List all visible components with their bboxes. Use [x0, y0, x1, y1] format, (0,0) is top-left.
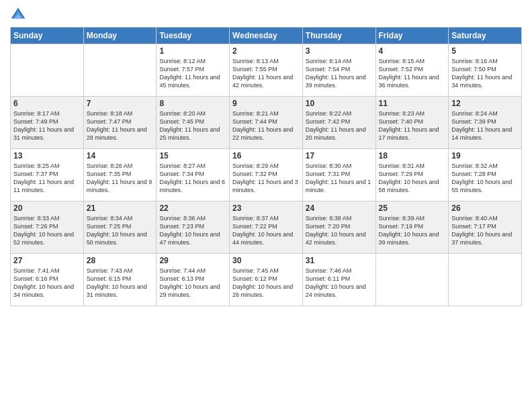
day-number: 27: [13, 256, 81, 265]
calendar-cell: 5Sunrise: 8:16 AM Sunset: 7:50 PM Daylig…: [449, 44, 522, 97]
day-info: Sunrise: 7:41 AM Sunset: 6:16 PM Dayligh…: [13, 267, 81, 300]
weekday-header-saturday: Saturday: [449, 28, 522, 44]
day-info: Sunrise: 8:33 AM Sunset: 7:26 PM Dayligh…: [13, 214, 81, 247]
day-number: 21: [87, 203, 154, 213]
calendar-cell: [11, 44, 84, 97]
page: SundayMondayTuesdayWednesdayThursdayFrid…: [0, 0, 532, 411]
weekday-header-row: SundayMondayTuesdayWednesdayThursdayFrid…: [11, 28, 522, 44]
day-number: 10: [306, 99, 373, 108]
calendar-cell: 6Sunrise: 8:17 AM Sunset: 7:49 PM Daylig…: [11, 97, 84, 149]
calendar-cell: 30Sunrise: 7:45 AM Sunset: 6:12 PM Dayli…: [230, 254, 303, 306]
day-number: 17: [306, 151, 373, 161]
calendar-cell: 2Sunrise: 8:13 AM Sunset: 7:55 PM Daylig…: [230, 44, 303, 97]
weekday-header-wednesday: Wednesday: [230, 28, 303, 44]
day-info: Sunrise: 8:12 AM Sunset: 7:57 PM Dayligh…: [159, 57, 226, 90]
day-info: Sunrise: 7:44 AM Sunset: 6:13 PM Dayligh…: [159, 267, 226, 300]
calendar-cell: 11Sunrise: 8:23 AM Sunset: 7:40 PM Dayli…: [375, 97, 449, 149]
day-info: Sunrise: 8:14 AM Sunset: 7:54 PM Dayligh…: [306, 57, 373, 90]
day-number: 4: [379, 46, 446, 56]
day-info: Sunrise: 8:20 AM Sunset: 7:45 PM Dayligh…: [159, 109, 226, 142]
day-number: 1: [159, 46, 226, 56]
calendar-cell: 1Sunrise: 8:12 AM Sunset: 7:57 PM Daylig…: [157, 44, 230, 97]
week-row-3: 13Sunrise: 8:25 AM Sunset: 7:37 PM Dayli…: [11, 149, 522, 201]
calendar-cell: [375, 254, 449, 306]
calendar-cell: 8Sunrise: 8:20 AM Sunset: 7:45 PM Daylig…: [157, 97, 230, 149]
day-number: 30: [232, 256, 300, 265]
day-number: 14: [87, 151, 154, 161]
day-number: 12: [451, 99, 519, 108]
day-info: Sunrise: 8:15 AM Sunset: 7:52 PM Dayligh…: [379, 57, 446, 90]
day-info: Sunrise: 7:43 AM Sunset: 6:15 PM Dayligh…: [87, 267, 154, 300]
day-number: 29: [159, 256, 226, 265]
calendar-cell: 16Sunrise: 8:29 AM Sunset: 7:32 PM Dayli…: [230, 149, 303, 201]
header: [10, 7, 522, 23]
day-info: Sunrise: 8:21 AM Sunset: 7:44 PM Dayligh…: [232, 109, 300, 142]
week-row-1: 1Sunrise: 8:12 AM Sunset: 7:57 PM Daylig…: [11, 44, 522, 97]
calendar-cell: 14Sunrise: 8:26 AM Sunset: 7:35 PM Dayli…: [83, 149, 157, 201]
day-number: 23: [232, 203, 300, 213]
calendar-cell: 25Sunrise: 8:39 AM Sunset: 7:19 PM Dayli…: [375, 201, 449, 254]
day-info: Sunrise: 8:17 AM Sunset: 7:49 PM Dayligh…: [13, 109, 81, 142]
calendar-cell: 20Sunrise: 8:33 AM Sunset: 7:26 PM Dayli…: [11, 201, 84, 254]
weekday-header-thursday: Thursday: [302, 28, 375, 44]
day-number: 26: [451, 203, 519, 213]
day-info: Sunrise: 8:23 AM Sunset: 7:40 PM Dayligh…: [379, 109, 446, 142]
calendar-cell: 9Sunrise: 8:21 AM Sunset: 7:44 PM Daylig…: [230, 97, 303, 149]
calendar-cell: [83, 44, 157, 97]
calendar-cell: 22Sunrise: 8:36 AM Sunset: 7:23 PM Dayli…: [157, 201, 230, 254]
day-number: 7: [87, 99, 154, 108]
calendar-cell: 18Sunrise: 8:31 AM Sunset: 7:29 PM Dayli…: [375, 149, 449, 201]
day-number: 11: [379, 99, 446, 108]
day-info: Sunrise: 8:27 AM Sunset: 7:34 PM Dayligh…: [159, 162, 226, 195]
calendar-cell: 3Sunrise: 8:14 AM Sunset: 7:54 PM Daylig…: [302, 44, 375, 97]
day-info: Sunrise: 8:18 AM Sunset: 7:47 PM Dayligh…: [87, 109, 154, 142]
calendar-cell: 31Sunrise: 7:46 AM Sunset: 6:11 PM Dayli…: [302, 254, 375, 306]
day-info: Sunrise: 8:29 AM Sunset: 7:32 PM Dayligh…: [232, 162, 300, 195]
day-info: Sunrise: 8:40 AM Sunset: 7:17 PM Dayligh…: [451, 214, 519, 247]
calendar-cell: 4Sunrise: 8:15 AM Sunset: 7:52 PM Daylig…: [375, 44, 449, 97]
day-number: 8: [159, 99, 226, 108]
day-info: Sunrise: 8:24 AM Sunset: 7:39 PM Dayligh…: [451, 109, 519, 142]
calendar-cell: [449, 254, 522, 306]
logo: [10, 7, 29, 23]
day-info: Sunrise: 8:30 AM Sunset: 7:31 PM Dayligh…: [306, 162, 373, 195]
day-info: Sunrise: 8:13 AM Sunset: 7:55 PM Dayligh…: [232, 57, 300, 90]
week-row-5: 27Sunrise: 7:41 AM Sunset: 6:16 PM Dayli…: [11, 254, 522, 306]
day-info: Sunrise: 8:22 AM Sunset: 7:42 PM Dayligh…: [306, 109, 373, 142]
weekday-header-monday: Monday: [83, 28, 157, 44]
calendar-cell: 19Sunrise: 8:32 AM Sunset: 7:28 PM Dayli…: [449, 149, 522, 201]
calendar-cell: 27Sunrise: 7:41 AM Sunset: 6:16 PM Dayli…: [11, 254, 84, 306]
day-number: 15: [159, 151, 226, 161]
day-info: Sunrise: 7:46 AM Sunset: 6:11 PM Dayligh…: [306, 267, 373, 300]
week-row-4: 20Sunrise: 8:33 AM Sunset: 7:26 PM Dayli…: [11, 201, 522, 254]
day-number: 13: [13, 151, 81, 161]
calendar-cell: 21Sunrise: 8:34 AM Sunset: 7:25 PM Dayli…: [83, 201, 157, 254]
calendar-cell: 15Sunrise: 8:27 AM Sunset: 7:34 PM Dayli…: [157, 149, 230, 201]
day-info: Sunrise: 8:34 AM Sunset: 7:25 PM Dayligh…: [87, 214, 154, 247]
day-number: 6: [13, 99, 81, 108]
day-number: 24: [306, 203, 373, 213]
day-number: 3: [306, 46, 373, 56]
day-number: 18: [379, 151, 446, 161]
calendar-cell: 28Sunrise: 7:43 AM Sunset: 6:15 PM Dayli…: [83, 254, 157, 306]
day-number: 16: [232, 151, 300, 161]
calendar-table: SundayMondayTuesdayWednesdayThursdayFrid…: [10, 27, 522, 306]
calendar-cell: 24Sunrise: 8:38 AM Sunset: 7:20 PM Dayli…: [302, 201, 375, 254]
calendar-cell: 7Sunrise: 8:18 AM Sunset: 7:47 PM Daylig…: [83, 97, 157, 149]
weekday-header-tuesday: Tuesday: [157, 28, 230, 44]
calendar-cell: 10Sunrise: 8:22 AM Sunset: 7:42 PM Dayli…: [302, 97, 375, 149]
day-info: Sunrise: 8:16 AM Sunset: 7:50 PM Dayligh…: [451, 57, 519, 90]
logo-icon: [10, 7, 26, 23]
day-info: Sunrise: 8:36 AM Sunset: 7:23 PM Dayligh…: [159, 214, 226, 247]
day-number: 5: [451, 46, 519, 56]
calendar-cell: 17Sunrise: 8:30 AM Sunset: 7:31 PM Dayli…: [302, 149, 375, 201]
day-info: Sunrise: 8:32 AM Sunset: 7:28 PM Dayligh…: [451, 162, 519, 195]
weekday-header-friday: Friday: [375, 28, 449, 44]
calendar-cell: 23Sunrise: 8:37 AM Sunset: 7:22 PM Dayli…: [230, 201, 303, 254]
day-number: 19: [451, 151, 519, 161]
day-number: 20: [13, 203, 81, 213]
weekday-header-sunday: Sunday: [11, 28, 84, 44]
day-info: Sunrise: 8:37 AM Sunset: 7:22 PM Dayligh…: [232, 214, 300, 247]
day-number: 31: [306, 256, 373, 265]
calendar-cell: 13Sunrise: 8:25 AM Sunset: 7:37 PM Dayli…: [11, 149, 84, 201]
